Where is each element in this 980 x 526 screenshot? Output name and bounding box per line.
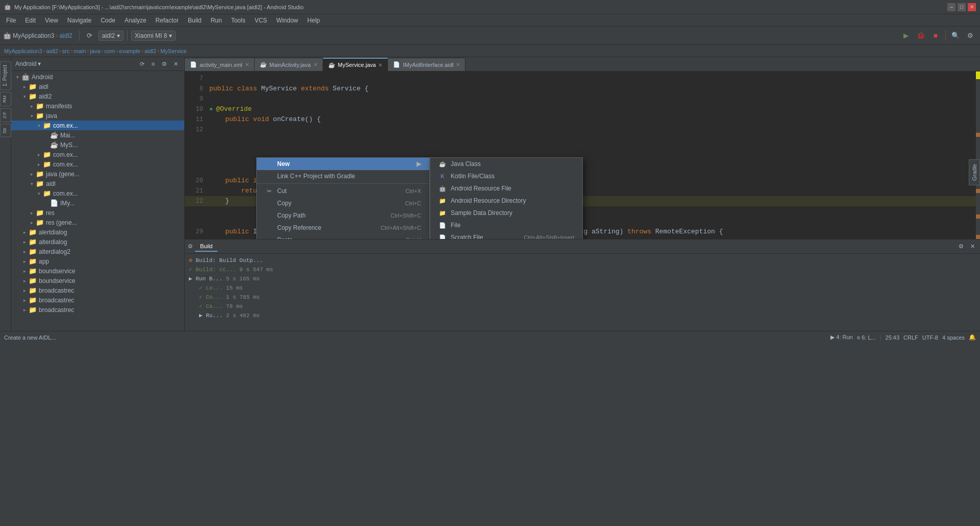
bottom-settings-btn[interactable]: ⚙ [957, 242, 966, 251]
editor-scrollbar-track[interactable] [976, 71, 980, 239]
settings-project-btn[interactable]: ⚙ [160, 59, 169, 68]
tree-item-android-root[interactable]: ▾🤖Android [11, 72, 184, 82]
toolbar-sync-btn[interactable]: ⟳ [83, 29, 96, 42]
ctx-paste[interactable]: Paste Ctrl+V [257, 234, 429, 239]
menu-item-build[interactable]: Build [184, 16, 206, 25]
tree-item-imy-aidl[interactable]: 📄IMy... [11, 198, 184, 208]
tab-close-1[interactable]: ✕ [245, 62, 249, 67]
tree-item-com-ex3[interactable]: ▸📁com.ex... [11, 159, 184, 169]
ctx-link-cpp[interactable]: Link C++ Project with Gradle [257, 170, 429, 182]
breadcrumb-module[interactable]: aidl2 [46, 48, 58, 54]
run-config-dropdown[interactable]: aidl2 ▾ [99, 31, 124, 41]
breadcrumb-example[interactable]: example [119, 48, 140, 54]
line-separator[interactable]: CRLF [903, 334, 918, 341]
cursor-position[interactable]: 25:43 [886, 334, 900, 341]
device-dropdown[interactable]: Xiaomi MI 8 ▾ [131, 31, 176, 41]
vtab-structure[interactable]: Str [0, 124, 11, 137]
breadcrumb-myservice[interactable]: MyService [160, 48, 186, 54]
encoding[interactable]: UTF-8 [922, 334, 938, 341]
vtab-favorites[interactable]: 2:F [0, 108, 11, 122]
menu-item-edit[interactable]: Edit [21, 16, 40, 25]
ctx-cut[interactable]: ✂ Cut Ctrl+X [257, 185, 429, 197]
search-btn[interactable]: 🔍 [949, 29, 962, 42]
tab-my-service[interactable]: ☕ MyService.java ✕ [323, 58, 388, 71]
menu-item-run[interactable]: Run [207, 16, 226, 25]
tab-main-activity[interactable]: ☕ MainActivity.java ✕ [255, 58, 323, 71]
submenu-file[interactable]: 📄 File [430, 219, 582, 231]
breadcrumb-src[interactable]: src [62, 48, 70, 54]
minimize-btn[interactable]: – [947, 3, 955, 11]
tree-item-res[interactable]: ▸📁res [11, 208, 184, 218]
menu-item-file[interactable]: File [2, 16, 20, 25]
breadcrumb-main[interactable]: main [74, 48, 86, 54]
submenu-scratch-file[interactable]: 📄 Scratch File Ctrl+Alt+Shift+Insert [430, 231, 582, 239]
menu-item-navigate[interactable]: Navigate [63, 16, 95, 25]
editor-area[interactable]: 7 8 public class MyService extends Servi… [185, 71, 980, 239]
tab-aidl-interface[interactable]: 📄 IMyAidlInterface.aidl ✕ [388, 58, 465, 71]
project-type-dropdown[interactable]: Android ▾ [15, 60, 41, 67]
menu-item-tools[interactable]: Tools [227, 16, 250, 25]
toolbar-module[interactable]: aidl2 [59, 32, 72, 39]
tree-item-com-ex2[interactable]: ▸📁com.ex... [11, 150, 184, 159]
ctx-copy-ref[interactable]: Copy Reference Ctrl+Alt+Shift+C [257, 222, 429, 234]
menu-item-analyze[interactable]: Analyze [120, 16, 151, 25]
tab-activity-main[interactable]: 📄 activity_main.xml ✕ [185, 58, 255, 71]
tree-item-aidl-folder[interactable]: ▾📁aidl [11, 179, 184, 188]
run-indicator[interactable]: ▶ 4: Run [830, 334, 852, 341]
tree-item-boundservice[interactable]: ▸📁boundservice [11, 266, 184, 276]
debug-btn[interactable]: 🐞 [914, 29, 927, 42]
submenu-java-class[interactable]: ☕ Java Class [430, 158, 582, 170]
bottom-close-btn[interactable]: ✕ [968, 242, 977, 251]
tree-item-alterdialog[interactable]: ▸📁alterdialog [11, 237, 184, 247]
tree-item-alterdialog2[interactable]: ▸📁alterdialog2 [11, 247, 184, 256]
tree-item-java[interactable]: ▾📁java [11, 111, 184, 121]
breadcrumb-project[interactable]: MyApplication3 [4, 48, 42, 54]
submenu-kotlin-class[interactable]: K Kotlin File/Class [430, 170, 582, 182]
submenu-android-resource-file[interactable]: 🤖 Android Resource File [430, 182, 582, 195]
toolbar-project[interactable]: MyApplication3 [13, 32, 54, 39]
tree-item-broadcastrec2[interactable]: ▸📁broadcastrec [11, 295, 184, 305]
tab-close-2[interactable]: ✕ [313, 62, 317, 67]
tree-item-alertdialog[interactable]: ▸📁alertdialog [11, 227, 184, 237]
log-indicator[interactable]: ≡ 6: L... [857, 334, 876, 341]
submenu-sample-data-dir[interactable]: 📁 Sample Data Directory [430, 207, 582, 219]
gradle-tab[interactable]: Gradle [969, 159, 980, 185]
tab-close-3[interactable]: ✕ [378, 62, 382, 68]
tree-item-broadcastrec3[interactable]: ▸📁broadcastrec [11, 305, 184, 315]
tree-item-com-ex-aidl[interactable]: ▾📁com.ex... [11, 188, 184, 198]
menu-item-view[interactable]: View [41, 16, 62, 25]
tree-item-my-service[interactable]: ☕MyS... [11, 140, 184, 150]
tree-item-com-ex1[interactable]: ▾📁com.ex... [11, 121, 184, 130]
breadcrumb-java[interactable]: java [90, 48, 100, 54]
tree-item-java-gen[interactable]: ▸📁java (gene... [11, 169, 184, 179]
indent[interactable]: 4 spaces [942, 334, 965, 341]
sync-project-btn[interactable]: ⟳ [137, 59, 146, 68]
menu-item-window[interactable]: Window [272, 16, 302, 25]
menu-item-refactor[interactable]: Refactor [152, 16, 183, 25]
menu-item-help[interactable]: Help [303, 16, 324, 25]
tree-item-boundservice2[interactable]: ▸📁boundservice [11, 276, 184, 285]
submenu-android-resource-dir[interactable]: 📁 Android Resource Directory [430, 195, 582, 207]
tab-close-4[interactable]: ✕ [456, 62, 460, 67]
breadcrumb-com[interactable]: com [105, 48, 115, 54]
build-output[interactable]: ⚙ Build: Build Outp... ✓ Build: cc... 9 … [185, 254, 980, 331]
ctx-new[interactable]: New ▶ [257, 158, 429, 170]
stop-btn[interactable]: ■ [929, 29, 942, 42]
close-panel-btn[interactable]: ✕ [171, 59, 180, 68]
settings-btn[interactable]: ⚙ [964, 29, 977, 42]
tree-item-aidl[interactable]: ▸📁aidl [11, 82, 184, 91]
maximize-btn[interactable]: □ [958, 3, 966, 11]
bottom-tab-build[interactable]: Build [195, 242, 217, 252]
run-btn[interactable]: ▶ [899, 29, 913, 42]
collapse-all-btn[interactable]: ≡ [149, 59, 158, 68]
vtab-resource-manager[interactable]: RM [0, 92, 11, 106]
tree-item-main-activity[interactable]: ☕Mai... [11, 130, 184, 140]
tree-item-res-gen[interactable]: ▸📁res (gene... [11, 218, 184, 227]
close-btn[interactable]: ✕ [968, 3, 976, 11]
tree-item-app[interactable]: ▸📁app [11, 256, 184, 266]
menu-item-code[interactable]: Code [96, 16, 119, 25]
tree-item-broadcastrec[interactable]: ▸📁broadcastrec [11, 285, 184, 295]
tree-item-manifests[interactable]: ▸📁manifests [11, 101, 184, 111]
menu-item-vcs[interactable]: VCS [251, 16, 272, 25]
tree-item-aidl2[interactable]: ▾📁aidl2 [11, 91, 184, 101]
